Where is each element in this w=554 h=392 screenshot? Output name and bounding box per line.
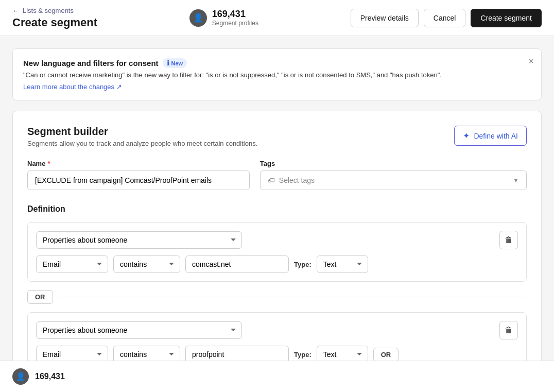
profile-label: Segment profiles (212, 20, 258, 27)
nav-right: Preview details Cancel Create segment (351, 9, 542, 27)
card-subtitle: Segments allow you to track and analyze … (27, 140, 257, 147)
property-select-2[interactable]: Properties about someone (36, 321, 242, 339)
definition-title: Definition (27, 204, 527, 214)
banner-link-text: Learn more about the changes (23, 83, 114, 91)
condition-row-top-1: Properties about someone 🗑 (36, 231, 518, 249)
or-divider: OR (27, 290, 527, 304)
select-tags-dropdown[interactable]: 🏷 Select tags ▼ (260, 171, 527, 190)
delete-condition-1-button[interactable]: 🗑 (499, 231, 518, 249)
trash-icon-2: 🗑 (505, 326, 513, 335)
new-badge: ℹ New (163, 58, 187, 68)
avatar: 👤 (189, 9, 207, 27)
operator-select-1[interactable]: contains (113, 255, 180, 273)
banner-title: New language and filters for consent ℹ N… (23, 58, 531, 68)
type-select-1[interactable]: Text (317, 255, 368, 273)
or-label: OR (27, 290, 53, 304)
delete-condition-2-button[interactable]: 🗑 (499, 321, 518, 339)
banner-learn-more-link[interactable]: Learn more about the changes ↗ (23, 83, 531, 91)
condition-fields-1: Email contains Type: Text (36, 255, 518, 273)
profile-stats: 169,431 Segment profiles (212, 9, 258, 27)
field-select-1[interactable]: Email (36, 255, 108, 273)
condition-block-1: Properties about someone 🗑 Email contain… (27, 222, 527, 282)
trash-icon: 🗑 (505, 235, 513, 245)
required-star: * (47, 160, 50, 167)
preview-details-button[interactable]: Preview details (351, 9, 419, 27)
type-label-1: Type: (294, 261, 311, 268)
select-tags-inner: 🏷 Select tags (268, 176, 315, 184)
card-title: Segment builder (27, 126, 257, 138)
condition-row-top-2: Properties about someone 🗑 (36, 321, 518, 339)
segment-builder-card: Segment builder Segments allow you to tr… (12, 111, 542, 383)
form-group-name: Name * (27, 160, 250, 190)
define-ai-label: Define with AI (474, 132, 518, 140)
cancel-button[interactable]: Cancel (424, 9, 466, 27)
bottom-avatar-icon: 👤 (16, 372, 26, 381)
name-label-text: Name (27, 160, 45, 167)
segment-name-input[interactable] (27, 171, 250, 190)
or-line (57, 297, 527, 297)
back-link[interactable]: ← Lists & segments (12, 7, 97, 15)
type-label-2: Type: (294, 351, 311, 359)
bottom-avatar: 👤 (12, 368, 29, 385)
nav-left: ← Lists & segments Create segment (12, 7, 97, 29)
avatar-icon: 👤 (193, 13, 203, 23)
nav-center: 👤 169,431 Segment profiles (189, 9, 258, 27)
ai-sparkle-icon: ✦ (463, 131, 470, 141)
badge-icon: ℹ (167, 59, 169, 67)
external-link-icon: ↗ (116, 83, 122, 91)
card-header-text: Segment builder Segments allow you to tr… (27, 126, 257, 147)
back-arrow-icon: ← (12, 7, 20, 15)
bottom-bar: 👤 169,431 (0, 361, 554, 392)
card-header: Segment builder Segments allow you to tr… (27, 126, 527, 147)
property-select-1[interactable]: Properties about someone (36, 231, 242, 249)
banner-text: "Can or cannot receive marketing" is the… (23, 71, 531, 79)
select-tags-placeholder: Select tags (279, 176, 315, 184)
top-nav: ← Lists & segments Create segment 👤 169,… (0, 0, 554, 36)
badge-label: New (171, 60, 183, 66)
page-title: Create segment (12, 16, 97, 29)
or-add-label: OR (381, 351, 391, 359)
tags-label: Tags (260, 160, 527, 167)
tag-icon: 🏷 (268, 176, 275, 184)
back-link-label: Lists & segments (23, 7, 74, 14)
name-label: Name * (27, 160, 250, 167)
banner-title-text: New language and filters for consent (23, 59, 159, 67)
consent-banner: × New language and filters for consent ℹ… (12, 48, 542, 100)
form-row-name-tags: Name * Tags 🏷 Select tags ▼ (27, 160, 527, 190)
define-with-ai-button[interactable]: ✦ Define with AI (454, 126, 527, 146)
main-content: × New language and filters for consent ℹ… (0, 36, 554, 392)
form-group-tags: Tags 🏷 Select tags ▼ (260, 160, 527, 190)
create-segment-button[interactable]: Create segment (471, 9, 542, 27)
value-input-1[interactable] (185, 255, 289, 273)
or-add-button[interactable]: OR (373, 348, 399, 362)
profile-count: 169,431 (212, 9, 258, 20)
banner-close-button[interactable]: × (528, 56, 534, 67)
chevron-down-icon: ▼ (513, 177, 519, 184)
bottom-count: 169,431 (35, 372, 65, 381)
